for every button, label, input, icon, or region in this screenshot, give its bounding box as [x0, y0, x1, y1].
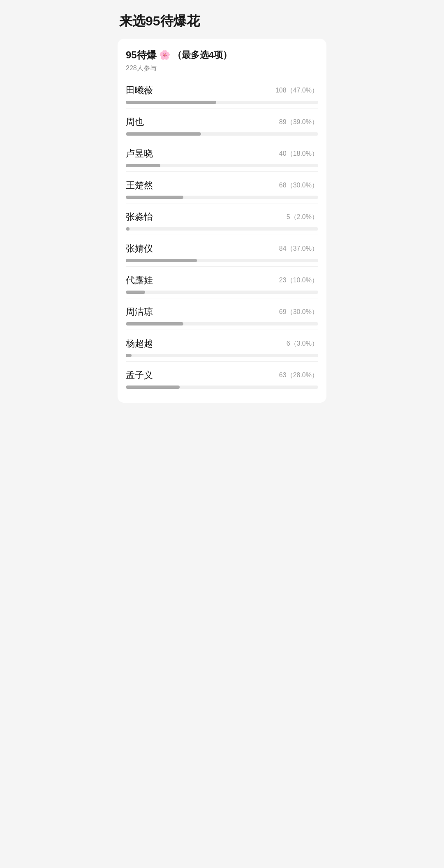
poll-item-row: 周也 89（39.0%）	[126, 116, 318, 128]
card-subtitle: （最多选4项）	[173, 49, 232, 61]
poll-item-stats: 89（39.0%）	[279, 118, 318, 127]
poll-item-row: 卢昱晓 40（18.0%）	[126, 148, 318, 160]
poll-list: 田曦薇 108（47.0%） 周也 89（39.0%） 卢昱晓 40（18.0%…	[126, 77, 318, 393]
poll-item-stats: 6（3.0%）	[287, 339, 318, 348]
poll-bar-fill	[126, 354, 132, 357]
card-title: 95待爆	[126, 48, 157, 62]
poll-item: 张淼怡 5（2.0%）	[126, 203, 318, 235]
poll-bar-track	[126, 227, 318, 231]
poll-item: 卢昱晓 40（18.0%）	[126, 140, 318, 172]
poll-bar-fill	[126, 101, 216, 104]
poll-bar-fill	[126, 132, 201, 136]
poll-bar-track	[126, 196, 318, 199]
poll-item-row: 张婧仪 84（37.0%）	[126, 242, 318, 255]
poll-item: 王楚然 68（30.0%）	[126, 172, 318, 203]
poll-item-name: 杨超越	[126, 337, 153, 350]
poll-item-name: 张淼怡	[126, 211, 153, 223]
participants-count: 228人参与	[126, 64, 318, 73]
poll-bar-track	[126, 354, 318, 357]
poll-item-stats: 40（18.0%）	[279, 150, 318, 158]
poll-item-row: 杨超越 6（3.0%）	[126, 337, 318, 350]
card-emoji: 🌸	[159, 50, 170, 60]
poll-item-name: 周也	[126, 116, 144, 128]
poll-bar-track	[126, 322, 318, 326]
poll-item-name: 代露娃	[126, 274, 153, 286]
poll-item-stats: 5（2.0%）	[287, 213, 318, 222]
poll-item: 周洁琼 69（30.0%）	[126, 298, 318, 330]
poll-item: 张婧仪 84（37.0%）	[126, 235, 318, 267]
poll-item-name: 张婧仪	[126, 242, 153, 255]
poll-item-name: 周洁琼	[126, 306, 153, 318]
poll-bar-fill	[126, 291, 145, 294]
poll-bar-fill	[126, 259, 197, 262]
poll-item-row: 孟子义 63（28.0%）	[126, 369, 318, 381]
poll-item: 孟子义 63（28.0%）	[126, 362, 318, 393]
poll-item: 周也 89（39.0%）	[126, 108, 318, 140]
poll-item: 代露娃 23（10.0%）	[126, 267, 318, 298]
poll-item-stats: 63（28.0%）	[279, 371, 318, 380]
poll-item-row: 周洁琼 69（30.0%）	[126, 306, 318, 318]
poll-bar-fill	[126, 164, 160, 167]
poll-item: 田曦薇 108（47.0%）	[126, 77, 318, 108]
poll-item-row: 田曦薇 108（47.0%）	[126, 84, 318, 97]
poll-item-stats: 23（10.0%）	[279, 276, 318, 285]
poll-item-row: 代露娃 23（10.0%）	[126, 274, 318, 286]
poll-item-stats: 108（47.0%）	[275, 86, 318, 95]
poll-bar-track	[126, 101, 318, 104]
poll-bar-fill	[126, 322, 183, 326]
poll-item-stats: 69（30.0%）	[279, 308, 318, 316]
card-title-row: 95待爆 🌸 （最多选4项）	[126, 48, 318, 62]
poll-item-row: 张淼怡 5（2.0%）	[126, 211, 318, 223]
poll-bar-track	[126, 164, 318, 167]
poll-bar-fill	[126, 386, 180, 389]
poll-item-row: 王楚然 68（30.0%）	[126, 179, 318, 192]
card-header: 95待爆 🌸 （最多选4项） 228人参与	[126, 48, 318, 73]
poll-item-stats: 84（37.0%）	[279, 245, 318, 253]
poll-bar-track	[126, 132, 318, 136]
poll-card: 95待爆 🌸 （最多选4项） 228人参与 田曦薇 108（47.0%） 周也 …	[118, 39, 326, 403]
poll-item-name: 田曦薇	[126, 84, 153, 97]
poll-bar-fill	[126, 227, 130, 231]
page-title: 来选95待爆花	[111, 0, 333, 39]
poll-item-name: 孟子义	[126, 369, 153, 381]
poll-bar-track	[126, 291, 318, 294]
poll-bar-fill	[126, 196, 183, 199]
poll-bar-track	[126, 259, 318, 262]
poll-item-name: 王楚然	[126, 179, 153, 192]
poll-item-name: 卢昱晓	[126, 148, 153, 160]
poll-bar-track	[126, 386, 318, 389]
poll-item-stats: 68（30.0%）	[279, 181, 318, 190]
poll-item: 杨超越 6（3.0%）	[126, 330, 318, 362]
